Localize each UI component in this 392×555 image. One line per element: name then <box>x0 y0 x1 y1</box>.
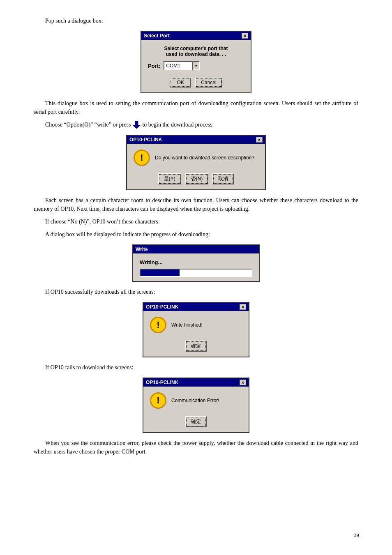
op10-fail-close[interactable]: × <box>240 380 246 385</box>
op10-fail-dialog: OP10-PCLINK × ! Communication Error! 確定 <box>143 378 249 433</box>
writing-label: Writing... <box>140 259 252 265</box>
progress-bar-fill <box>141 269 180 276</box>
write-dialog-container: Write Writing... <box>34 244 358 282</box>
intro-text: Pop such a dialogue box: <box>34 16 358 25</box>
select-port-body: Select computer's port that used to down… <box>141 40 251 74</box>
select-port-close[interactable]: × <box>242 33 248 39</box>
op10-download-footer: 是(Y) 否(N) 取消 <box>127 170 265 189</box>
select-port-ok-button[interactable]: OK <box>170 78 191 88</box>
choose-text-before: Choose “Option(O)” “write” or press <box>45 120 131 129</box>
op10-success-close[interactable]: × <box>240 304 246 310</box>
write-title: Write <box>136 246 148 252</box>
success-warning-icon: ! <box>150 317 166 333</box>
choose-text-row: Choose “Option(O)” “write” or press to b… <box>34 120 358 129</box>
op10-fail-dialog-container: OP10-PCLINK × ! Communication Error! 確定 <box>34 378 358 433</box>
para6: If OP10 fails to download the screens: <box>34 363 358 372</box>
choose-text-after: to begin the download process. <box>142 120 214 129</box>
para3: If choose “No (N)”, OP10 won’t these cha… <box>34 217 358 226</box>
fail-warning-icon: ! <box>150 392 166 409</box>
op10-success-body: ! Write finished! <box>143 311 249 337</box>
op10-success-ok-button[interactable]: 確定 <box>185 341 207 352</box>
select-port-desc: Select computer's port that used to down… <box>148 46 244 57</box>
port-row: Port: COM1 ▼ <box>148 61 244 70</box>
port-label: Port: <box>148 63 160 69</box>
para1: This dialogue box is used to setting the… <box>34 99 358 116</box>
select-port-title: Select Port <box>144 33 170 39</box>
op10-success-titlebar: OP10-PCLINK × <box>143 303 249 311</box>
op10-fail-row: ! Communication Error! <box>150 392 242 409</box>
op10-fail-ok-button[interactable]: 確定 <box>185 416 207 427</box>
para7: When you see the communication error, pl… <box>34 439 358 456</box>
op10-download-dialog: OP10-PCLINK × ! Do you want to download … <box>126 135 266 190</box>
op10-fail-title: OP10-PCLINK <box>146 380 178 385</box>
para5: If OP10 successfully downloads all the s… <box>34 288 358 296</box>
para2: Each screen has a certain character room… <box>34 196 358 213</box>
op10-download-titlebar: OP10-PCLINK × <box>127 136 265 144</box>
op10-fail-footer: 確定 <box>143 413 249 432</box>
select-port-dialog-container: Select Port × Select computer's port tha… <box>34 31 358 93</box>
write-titlebar: Write <box>133 245 259 253</box>
op10-download-dialog-container: OP10-PCLINK × ! Do you want to download … <box>34 135 358 190</box>
op10-download-message: Do you want to download screen descripti… <box>155 155 258 161</box>
write-body: Writing... <box>133 253 259 281</box>
port-dropdown-arrow[interactable]: ▼ <box>192 61 200 70</box>
warning-icon: ! <box>134 150 150 166</box>
port-select-wrapper[interactable]: COM1 ▼ <box>164 61 200 70</box>
op10-download-cancel-button[interactable]: 取消 <box>212 173 234 184</box>
select-port-footer: OK Cancel <box>141 74 251 92</box>
op10-success-footer: 確定 <box>143 337 249 357</box>
op10-download-title: OP10-PCLINK <box>129 137 162 143</box>
progress-bar <box>140 269 252 277</box>
op10-fail-message: Communication Error! <box>171 398 242 403</box>
op10-fail-titlebar: OP10-PCLINK × <box>143 378 249 387</box>
op10-success-row: ! Write finished! <box>150 317 242 333</box>
page-number: 39 <box>354 532 359 539</box>
op10-download-close[interactable]: × <box>256 137 263 143</box>
op10-success-title: OP10-PCLINK <box>146 304 178 310</box>
select-port-desc-line2: used to download data. . . <box>166 51 226 57</box>
op10-fail-body: ! Communication Error! <box>143 387 249 413</box>
select-port-desc-line1: Select computer's port that <box>164 46 228 51</box>
op10-download-body: ! Do you want to download screen descrip… <box>127 144 265 170</box>
op10-success-dialog-container: OP10-PCLINK × ! Write finished! 確定 <box>34 302 358 357</box>
page-content: Pop such a dialogue box: Select Port × S… <box>34 16 358 456</box>
select-port-titlebar: Select Port × <box>141 32 251 40</box>
op10-download-row: ! Do you want to download screen descrip… <box>134 150 258 166</box>
op10-success-message: Write finished! <box>171 322 242 328</box>
op10-success-dialog: OP10-PCLINK × ! Write finished! 確定 <box>143 302 249 357</box>
select-port-dialog: Select Port × Select computer's port tha… <box>141 31 251 93</box>
op10-download-no-button[interactable]: 否(N) <box>185 173 209 184</box>
port-value: COM1 <box>164 61 192 70</box>
op10-download-yes-button[interactable]: 是(Y) <box>158 173 181 184</box>
select-port-cancel-button[interactable]: Cancel <box>195 78 222 88</box>
write-dialog: Write Writing... <box>132 244 260 282</box>
download-arrow-icon <box>132 121 141 129</box>
para4: A dialog box will be displayed to indica… <box>34 230 358 239</box>
